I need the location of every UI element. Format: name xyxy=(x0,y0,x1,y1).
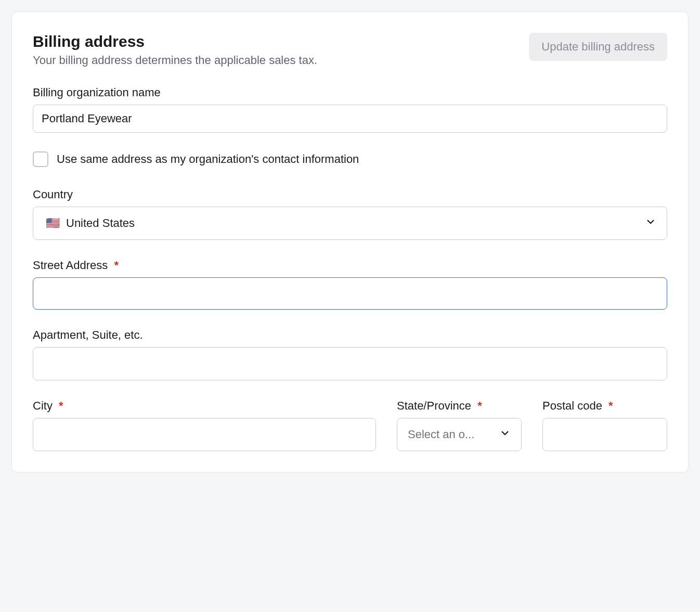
header-row: Billing address Your billing address det… xyxy=(33,33,667,67)
state-label-text: State/Province xyxy=(397,399,471,412)
header-text-block: Billing address Your billing address det… xyxy=(33,33,317,67)
apt-label: Apartment, Suite, etc. xyxy=(33,328,667,342)
street-label: Street Address * xyxy=(33,259,667,272)
billing-address-card: Billing address Your billing address det… xyxy=(11,11,689,473)
required-marker: * xyxy=(59,399,63,412)
city-state-postal-row: City * State/Province * Select an o... P xyxy=(33,399,667,451)
city-field: City * xyxy=(33,399,376,451)
same-address-checkbox[interactable] xyxy=(33,151,48,167)
page-subtitle: Your billing address determines the appl… xyxy=(33,54,317,67)
same-address-row: Use same address as my organization's co… xyxy=(33,151,667,167)
country-select-wrap: 🇺🇸 United States xyxy=(33,207,667,240)
state-select[interactable]: Select an o... xyxy=(397,418,522,451)
required-marker: * xyxy=(477,399,482,412)
state-label: State/Province * xyxy=(397,399,522,413)
apt-field: Apartment, Suite, etc. xyxy=(33,328,667,380)
city-input[interactable] xyxy=(33,418,376,451)
apt-input[interactable] xyxy=(33,347,667,380)
street-label-text: Street Address xyxy=(33,259,108,272)
city-label: City * xyxy=(33,399,376,413)
state-placeholder: Select an o... xyxy=(408,428,474,441)
update-billing-address-button[interactable]: Update billing address xyxy=(529,33,667,61)
postal-label: Postal code * xyxy=(542,399,667,413)
org-name-field: Billing organization name xyxy=(33,86,667,133)
country-value: United States xyxy=(66,216,135,230)
street-field: Street Address * xyxy=(33,259,667,310)
country-field: Country 🇺🇸 United States xyxy=(33,188,667,240)
postal-field: Postal code * xyxy=(542,399,667,451)
us-flag-icon: 🇺🇸 xyxy=(46,218,60,229)
org-name-label: Billing organization name xyxy=(33,86,667,99)
country-select[interactable]: 🇺🇸 United States xyxy=(33,207,667,240)
postal-label-text: Postal code xyxy=(542,399,602,412)
same-address-label: Use same address as my organization's co… xyxy=(57,152,359,166)
state-select-wrap: Select an o... xyxy=(397,418,522,451)
state-field: State/Province * Select an o... xyxy=(397,399,522,451)
required-marker: * xyxy=(608,399,613,412)
required-marker: * xyxy=(114,259,119,272)
page-title: Billing address xyxy=(33,33,317,50)
org-name-input[interactable] xyxy=(33,105,667,133)
street-input[interactable] xyxy=(33,277,667,310)
city-label-text: City xyxy=(33,399,53,412)
postal-input[interactable] xyxy=(542,418,667,451)
country-label: Country xyxy=(33,188,667,201)
